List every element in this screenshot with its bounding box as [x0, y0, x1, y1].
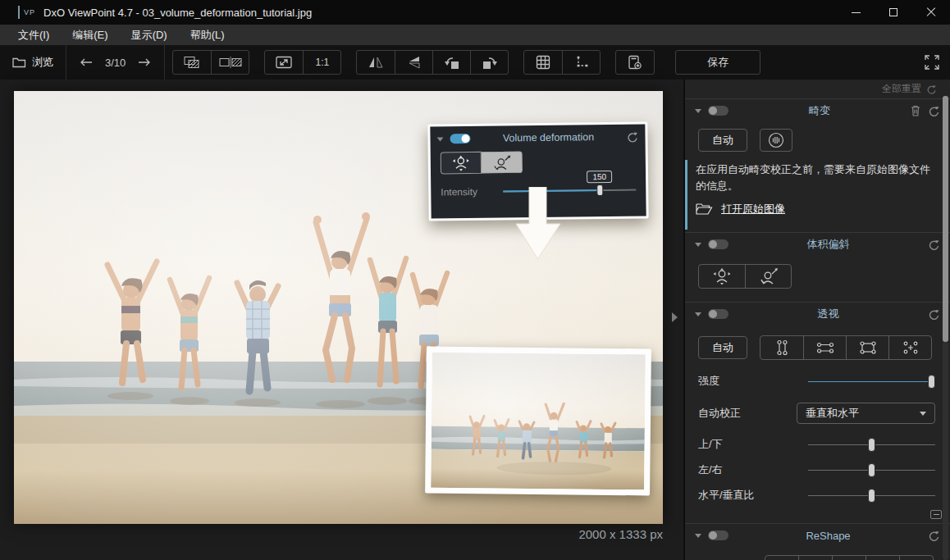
grid-icon: [536, 55, 550, 70]
overlay-diagonal-mode: [482, 151, 523, 174]
window-title: DxO ViewPoint 4.7 - 03_volume_deformatio…: [43, 7, 312, 19]
panel-reshape: ReShape: [685, 523, 950, 560]
grid-button[interactable]: [524, 51, 562, 74]
hv-ratio-label: 水平/垂直比: [698, 488, 808, 503]
volume-undo-icon[interactable]: [928, 239, 940, 250]
tutorial-inset-photo: [425, 347, 651, 496]
flip-horizontal-button[interactable]: [357, 51, 395, 74]
toolbar-separator: [164, 45, 165, 80]
distortion-title: 畸变: [728, 103, 911, 118]
up-down-slider[interactable]: [808, 438, 935, 452]
palette-group: [615, 50, 655, 75]
volume-spherical-button[interactable]: [699, 265, 745, 288]
zoom-group: 1:1: [264, 50, 341, 75]
image-canvas: Volume deformation: [0, 80, 683, 560]
reset-all-undo-icon: [926, 84, 937, 94]
add-palette-button[interactable]: [616, 51, 654, 74]
reshape-toggle[interactable]: [708, 530, 728, 540]
tutorial-down-arrow: [515, 187, 561, 261]
rotate-left-icon: [444, 56, 460, 70]
toolbar: 浏览 3/10 1:1: [0, 45, 950, 80]
compare-sidebyside-icon: [219, 57, 242, 68]
auto-correct-dropdown[interactable]: 垂直和水平: [797, 403, 935, 424]
overlay-intensity-value: 150: [587, 171, 612, 183]
logo-accent-bar: [18, 6, 20, 19]
fullscreen-icon: [924, 54, 940, 71]
flip-vertical-icon: [408, 55, 421, 70]
volume-diagonal-button[interactable]: [745, 265, 791, 288]
compare-overlay-button[interactable]: [173, 51, 211, 74]
reshape-undo-icon[interactable]: [928, 530, 940, 541]
menu-view[interactable]: 显示(D): [120, 25, 179, 45]
maximize-button[interactable]: [875, 0, 912, 25]
perspective-advanced-button[interactable]: [930, 510, 942, 519]
fullscreen-button[interactable]: [924, 54, 940, 71]
reset-all-button[interactable]: 全部重置: [685, 80, 950, 98]
force-horizontal-button[interactable]: [803, 336, 846, 359]
fit-screen-button[interactable]: [265, 51, 303, 74]
save-button[interactable]: 保存: [675, 50, 760, 75]
perspective-auto-button[interactable]: 自动: [698, 336, 747, 359]
add-palette-icon: [628, 55, 642, 70]
menu-file[interactable]: 文件(I): [7, 25, 61, 45]
close-icon: [926, 7, 936, 17]
menu-bar: 文件(I) 编辑(E) 显示(D) 帮助(L): [0, 25, 950, 45]
prev-image-button[interactable]: [80, 57, 93, 67]
sidebar-scrollbar[interactable]: [943, 96, 948, 560]
perspective-collapse-icon[interactable]: [695, 312, 701, 316]
distortion-trash-icon[interactable]: [911, 105, 920, 116]
force-vertical-button[interactable]: [760, 336, 803, 359]
perspective-auto-label: 自动: [712, 340, 733, 355]
distortion-auto-button[interactable]: 自动: [698, 129, 747, 152]
scrollbar-thumb[interactable]: [943, 96, 948, 342]
intensity-slider[interactable]: [808, 375, 935, 389]
eight-points-button[interactable]: [888, 336, 931, 359]
rectangle-tool-button[interactable]: [846, 336, 888, 359]
distortion-collapse-icon[interactable]: [695, 109, 701, 113]
zoom-100-label: 1:1: [315, 57, 329, 68]
perspective-toggle[interactable]: [708, 309, 728, 319]
image-dimensions-label: 2000 x 1333 px: [578, 527, 663, 541]
auto-correct-label: 自动校正: [698, 406, 797, 421]
menu-help[interactable]: 帮助(L): [179, 25, 236, 45]
distortion-info-box: 在应用自动畸变校正之前，需要来自原始图像文件的信息。 打开原始图像: [685, 160, 950, 230]
correction-sidebar: 全部重置 畸变 自动: [683, 80, 950, 560]
perspective-tools-group: [760, 335, 932, 360]
zoom-100-button[interactable]: 1:1: [303, 51, 340, 74]
next-image-button[interactable]: [138, 57, 151, 67]
reshape-title: ReShape: [728, 530, 928, 542]
horizon-tool-icon: [574, 55, 589, 70]
reset-all-label: 全部重置: [882, 82, 921, 96]
perspective-title: 透视: [728, 307, 928, 321]
reshape-collapse-icon[interactable]: [695, 534, 701, 538]
minimize-button[interactable]: [837, 0, 875, 25]
volume-toggle[interactable]: [708, 239, 728, 249]
folder-icon: [12, 57, 26, 68]
distortion-info-text: 在应用自动畸变校正之前，需要来自原始图像文件的信息。: [696, 162, 937, 193]
distortion-manual-button[interactable]: [760, 129, 792, 152]
hv-ratio-slider[interactable]: [808, 489, 935, 503]
photo-view[interactable]: Volume deformation: [14, 91, 663, 524]
fit-screen-icon: [276, 56, 292, 69]
distortion-toggle[interactable]: [708, 106, 728, 116]
rotate-right-button[interactable]: [470, 51, 508, 74]
close-button[interactable]: [912, 0, 950, 25]
app-logo: VP: [18, 6, 35, 19]
sidebar-collapse-handle[interactable]: [672, 312, 678, 322]
rotate-left-button[interactable]: [432, 51, 470, 74]
left-right-slider[interactable]: [808, 463, 935, 477]
auto-correct-value: 垂直和水平: [806, 406, 859, 421]
horizon-tool-button[interactable]: [562, 51, 600, 74]
flip-vertical-button[interactable]: [395, 51, 432, 74]
rotate-right-icon: [482, 56, 498, 70]
open-original-image-link[interactable]: 打开原始图像: [721, 202, 785, 216]
volume-mode-group: [698, 264, 792, 289]
perspective-undo-icon[interactable]: [928, 309, 940, 320]
menu-edit[interactable]: 编辑(E): [61, 25, 119, 45]
browse-button[interactable]: 浏览: [0, 55, 66, 70]
reshape-tools-group[interactable]: [765, 555, 934, 560]
save-label: 保存: [707, 55, 728, 70]
volume-collapse-icon[interactable]: [695, 243, 701, 247]
distortion-undo-icon[interactable]: [928, 106, 940, 116]
compare-sidebyside-button[interactable]: [211, 51, 249, 74]
